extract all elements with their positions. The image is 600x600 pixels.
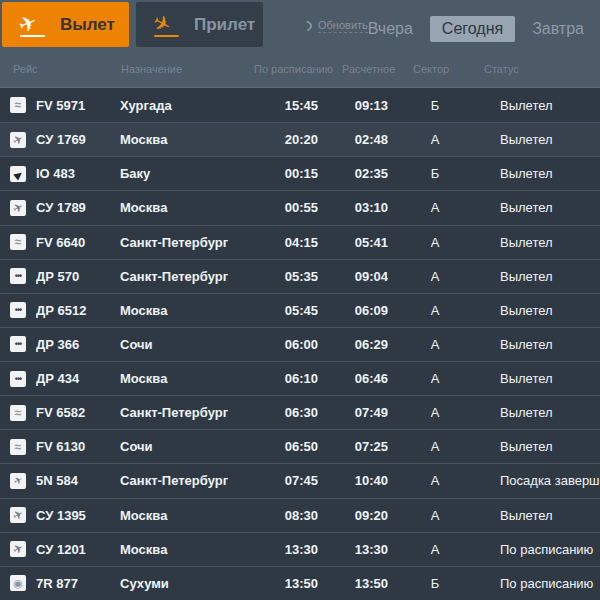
date-tab-group: Вчера Сегодня Завтра <box>366 16 586 42</box>
tab-departures[interactable]: ✈ Вылет <box>2 2 129 47</box>
date-tab-today[interactable]: Сегодня <box>430 16 515 42</box>
estimated-time: 07:49 <box>318 405 388 420</box>
flight-number: СУ 1769 <box>36 132 120 147</box>
flight-table-row[interactable]: ••• ДР 570 Санкт-Петербург 05:35 09:04 А… <box>0 259 600 293</box>
flight-status: Вылетел <box>482 132 600 147</box>
destination-city: Санкт-Петербург <box>120 405 258 420</box>
scheduled-time: 13:30 <box>258 542 318 557</box>
flight-status: Вылетел <box>482 405 600 420</box>
flight-number: IO 483 <box>36 166 120 181</box>
flight-table-row[interactable]: ≈ FV 5971 Хургада 15:45 09:13 Б Вылетел <box>0 88 600 122</box>
sector-letter: А <box>388 235 482 250</box>
sector-letter: А <box>388 405 482 420</box>
flight-status: Вылетел <box>482 439 600 454</box>
estimated-time: 13:30 <box>318 542 388 557</box>
flight-table-row[interactable]: ••• ДР 366 Сочи 06:00 06:29 А Вылетел <box>0 327 600 361</box>
flight-table-row[interactable]: ✈ СУ 1769 Москва 20:20 02:48 А Вылетел <box>0 122 600 156</box>
destination-city: Москва <box>120 508 258 523</box>
destination-city: Баку <box>120 166 258 181</box>
flight-table-row[interactable]: ≈ FV 6130 Сочи 06:50 07:25 А Вылетел <box>0 429 600 463</box>
scheduled-time: 08:30 <box>258 508 318 523</box>
destination-city: Санкт-Петербург <box>120 473 258 488</box>
refresh-label: Обновить <box>318 19 368 33</box>
flight-number: FV 6640 <box>36 235 120 250</box>
sector-letter: А <box>388 473 482 488</box>
scheduled-time: 06:10 <box>258 371 318 386</box>
estimated-time: 09:04 <box>318 269 388 284</box>
destination-city: Москва <box>120 542 258 557</box>
aeroflot-logo-icon: ✈ <box>10 541 26 557</box>
flight-status: Вылетел <box>482 508 600 523</box>
sector-letter: А <box>388 508 482 523</box>
rossiya-airlines-logo-icon: ≈ <box>10 439 26 455</box>
airline-dots-logo-icon: ••• <box>10 371 26 387</box>
flight-table-row[interactable]: ✈ СУ 1395 Москва 08:30 09:20 А Вылетел <box>0 498 600 532</box>
flight-status: Вылетел <box>482 98 600 113</box>
scheduled-time: 04:15 <box>258 235 318 250</box>
flight-status: Вылетел <box>482 166 600 181</box>
sector-letter: А <box>388 200 482 215</box>
scheduled-time: 06:30 <box>258 405 318 420</box>
flight-table-body: ≈ FV 5971 Хургада 15:45 09:13 Б Вылетел … <box>0 88 600 600</box>
flight-table-row[interactable]: ≈ FV 6640 Санкт-Петербург 04:15 05:41 А … <box>0 225 600 259</box>
flight-number: FV 6582 <box>36 405 120 420</box>
plane-takeoff-icon: ✈ <box>18 12 48 38</box>
destination-city: Москва <box>120 200 258 215</box>
airline-dots-logo-icon: ••• <box>10 302 26 318</box>
flight-number: СУ 1395 <box>36 508 120 523</box>
refresh-button[interactable]: Обновить <box>302 19 368 33</box>
aeroflot-logo-icon: ✈ <box>10 507 26 523</box>
flight-status: Вылетел <box>482 269 600 284</box>
top-toolbar: ✈ Вылет ✈ Прилет Обновить Вчера Сегодня … <box>0 0 600 48</box>
destination-city: Москва <box>120 132 258 147</box>
estimated-time: 09:20 <box>318 508 388 523</box>
flight-number: ДР 366 <box>36 337 120 352</box>
sector-letter: А <box>388 371 482 386</box>
pegasfly-logo-icon: ◉ <box>10 575 26 591</box>
flight-table-row[interactable]: ••• ДР 6512 Москва 05:45 06:09 А Вылетел <box>0 293 600 327</box>
sector-letter: Б <box>388 98 482 113</box>
estimated-time: 02:35 <box>318 166 388 181</box>
flight-number: СУ 1201 <box>36 542 120 557</box>
estimated-time: 03:10 <box>318 200 388 215</box>
flight-status: Вылетел <box>482 200 600 215</box>
flight-number: ДР 434 <box>36 371 120 386</box>
flight-table-row[interactable]: ✈ СУ 1789 Москва 00:55 03:10 А Вылетел <box>0 190 600 224</box>
destination-city: Сочи <box>120 439 258 454</box>
flight-table-row[interactable]: ≈ FV 6582 Санкт-Петербург 06:30 07:49 А … <box>0 395 600 429</box>
rossiya-airlines-logo-icon: ≈ <box>10 234 26 250</box>
date-tab-tomorrow[interactable]: Завтра <box>530 16 586 42</box>
flight-number: 7R 877 <box>36 576 120 591</box>
flight-status: Вылетел <box>482 371 600 386</box>
flight-table-row[interactable]: ••• ДР 434 Москва 06:10 06:46 А Вылетел <box>0 361 600 395</box>
estimated-time: 06:09 <box>318 303 388 318</box>
table-header: Рейс Назначение По расписанию Расчетное … <box>0 48 600 88</box>
destination-city: Санкт-Петербург <box>120 235 258 250</box>
departures-tab-label: Вылет <box>60 15 115 35</box>
estimated-time: 02:48 <box>318 132 388 147</box>
flight-table-row[interactable]: ✈ СУ 1201 Москва 13:30 13:30 А По распис… <box>0 532 600 566</box>
date-tab-yesterday[interactable]: Вчера <box>366 16 415 42</box>
flight-table-row[interactable]: ◉ 7R 877 Сухуми 13:50 13:50 Б По расписа… <box>0 566 600 600</box>
flight-table-row[interactable]: ✈ 5N 584 Санкт-Петербург 07:45 10:40 А П… <box>0 463 600 497</box>
scheduled-time: 05:45 <box>258 303 318 318</box>
column-header-sector: Сектор <box>413 63 449 75</box>
arrivals-tab-label: Прилет <box>194 15 255 35</box>
estimated-time: 06:46 <box>318 371 388 386</box>
flight-status: По расписанию <box>482 576 600 591</box>
sector-letter: А <box>388 303 482 318</box>
flight-number: СУ 1789 <box>36 200 120 215</box>
column-header-destination: Назначение <box>121 63 182 75</box>
tab-arrivals[interactable]: ✈ Прилет <box>136 2 263 47</box>
estimated-time: 13:50 <box>318 576 388 591</box>
estimated-time: 10:40 <box>318 473 388 488</box>
estimated-time: 09:13 <box>318 98 388 113</box>
scheduled-time: 05:35 <box>258 269 318 284</box>
plane-landing-icon: ✈ <box>152 12 182 38</box>
flight-table-row[interactable]: ▶ IO 483 Баку 00:15 02:35 Б Вылетел <box>0 156 600 190</box>
rossiya-airlines-logo-icon: ≈ <box>10 405 26 421</box>
column-header-scheduled: По расписанию <box>254 63 333 75</box>
destination-city: Москва <box>120 303 258 318</box>
column-header-estimated: Расчетное <box>342 63 395 75</box>
flight-status: Вылетел <box>482 303 600 318</box>
